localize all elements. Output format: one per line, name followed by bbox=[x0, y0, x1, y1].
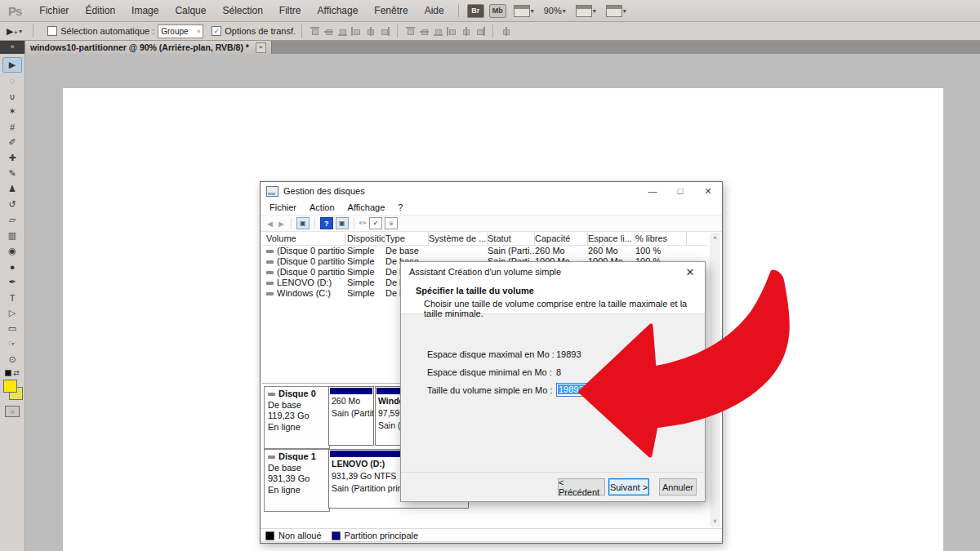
chevron-down-icon[interactable]: ▾ bbox=[531, 7, 534, 15]
column-header-disposition[interactable]: Disposition bbox=[345, 233, 385, 245]
column-header-statut[interactable]: Statut bbox=[485, 233, 535, 245]
tool-lasso[interactable]: ʋ bbox=[2, 88, 22, 104]
close-button[interactable]: ✕ bbox=[675, 262, 705, 282]
tab-overflow-icon[interactable]: » bbox=[0, 41, 24, 54]
vertical-scrollbar[interactable]: ˄ ˅ bbox=[710, 233, 720, 527]
menu-help[interactable]: ? bbox=[391, 202, 409, 212]
move-tool-icon[interactable]: ▶₊ bbox=[7, 26, 18, 37]
arrange-documents-icon[interactable] bbox=[576, 5, 592, 17]
cancel-button[interactable]: Annuler bbox=[659, 478, 697, 495]
auto-select-dropdown[interactable]: Groupe ˅ bbox=[158, 24, 203, 38]
disk-management-titlebar[interactable]: Gestion des disques — □ ✕ bbox=[261, 182, 722, 200]
tool-marquee[interactable]: ◌ bbox=[2, 73, 22, 88]
distribute-left-icon[interactable] bbox=[447, 27, 457, 36]
menu-fenetre[interactable]: Fenêtre bbox=[366, 0, 416, 21]
table-row[interactable]: (Disque 0 partition... Simple De base Sa… bbox=[262, 246, 708, 256]
menu-aide[interactable]: Aide bbox=[416, 0, 452, 21]
foreground-color-swatch[interactable] bbox=[3, 380, 17, 393]
console-window-icon[interactable]: ▣ bbox=[296, 217, 310, 229]
action-menu-icon[interactable]: ✏ bbox=[359, 218, 367, 229]
scroll-down-icon[interactable]: ˅ bbox=[710, 516, 720, 527]
guides-grid-icon[interactable] bbox=[514, 5, 530, 17]
menu-fichier[interactable]: Fichier bbox=[263, 202, 303, 212]
auto-align-layers-icon[interactable] bbox=[501, 27, 511, 36]
menu-filtre[interactable]: Filtre bbox=[271, 0, 310, 21]
column-header-type[interactable]: Type bbox=[383, 233, 429, 245]
distribute-right-icon[interactable] bbox=[474, 27, 485, 36]
disk-0-label[interactable]: Disque 0 De base 119,23 Go En ligne bbox=[264, 386, 330, 449]
chevron-down-icon[interactable]: ▾ bbox=[563, 7, 566, 15]
mini-bridge-icon[interactable]: Mb bbox=[489, 4, 506, 18]
back-arrow-icon[interactable]: ◄ bbox=[265, 219, 274, 229]
tool-zoom[interactable]: ⊙ bbox=[2, 352, 22, 367]
tool-shape[interactable]: ▭ bbox=[2, 321, 22, 336]
align-center-icon[interactable] bbox=[365, 27, 376, 36]
close-button[interactable]: ✕ bbox=[694, 182, 722, 200]
column-header-systeme[interactable]: Système de ... bbox=[426, 233, 488, 245]
align-left-icon[interactable] bbox=[351, 27, 362, 36]
transform-options-checkbox[interactable]: ✓ bbox=[212, 26, 221, 36]
distribute-center-icon[interactable] bbox=[461, 27, 471, 36]
tool-healing-brush[interactable]: ✚ bbox=[2, 150, 22, 166]
menu-edition[interactable]: Édition bbox=[77, 0, 123, 21]
tool-hand[interactable]: ☞ bbox=[2, 336, 22, 352]
tool-pen[interactable]: ✒ bbox=[2, 274, 22, 290]
column-header-capacite[interactable]: Capacité bbox=[532, 233, 588, 245]
properties-icon[interactable]: ≣ bbox=[385, 217, 398, 229]
screen-mode-icon[interactable] bbox=[606, 5, 622, 17]
tool-clone-stamp[interactable]: ♟ bbox=[2, 181, 22, 197]
tool-dodge[interactable]: ● bbox=[2, 259, 22, 274]
auto-select-checkbox[interactable] bbox=[47, 26, 57, 36]
partition-system[interactable]: 260 Mo Sain (Partit bbox=[328, 386, 374, 446]
tool-move[interactable]: ▶ bbox=[2, 57, 22, 73]
bridge-icon[interactable]: Br bbox=[467, 4, 484, 18]
chevron-down-icon[interactable]: ▾ bbox=[593, 7, 596, 15]
check-disk-icon[interactable]: ✓ bbox=[369, 217, 382, 229]
volume-size-input[interactable]: 19893 bbox=[556, 383, 605, 397]
menu-selection[interactable]: Sélection bbox=[214, 0, 270, 21]
align-top-icon[interactable] bbox=[310, 27, 320, 36]
disk-1-label[interactable]: Disque 1 De base 931,39 Go En ligne bbox=[264, 449, 330, 512]
menu-fichier[interactable]: Fichier bbox=[31, 0, 77, 21]
forward-arrow-icon[interactable]: ► bbox=[277, 219, 286, 229]
tool-type[interactable]: T bbox=[2, 290, 22, 305]
tool-path-select[interactable]: ▷ bbox=[2, 305, 22, 321]
minimize-button[interactable]: — bbox=[639, 182, 666, 200]
distribute-top-icon[interactable] bbox=[405, 27, 416, 36]
maximize-button[interactable]: □ bbox=[666, 182, 694, 200]
column-header-volume[interactable]: Volume bbox=[264, 233, 345, 245]
tool-magic-wand[interactable]: ✶ bbox=[2, 104, 22, 119]
chevron-down-icon[interactable]: ▾ bbox=[623, 7, 626, 15]
previous-button[interactable]: < Précédent bbox=[558, 478, 605, 495]
help-icon[interactable]: ? bbox=[320, 217, 333, 229]
column-header-espace[interactable]: Espace li... bbox=[586, 233, 635, 245]
menu-affichage[interactable]: Affichage bbox=[310, 0, 367, 21]
column-header-libres[interactable]: % libres bbox=[633, 233, 687, 245]
menu-affichage[interactable]: Affichage bbox=[341, 202, 392, 212]
distribute-middle-icon[interactable] bbox=[419, 27, 430, 36]
document-tab[interactable]: windows10-partitionner @ 90% (Arrière-pl… bbox=[25, 41, 272, 54]
next-button[interactable]: Suivant > bbox=[608, 478, 649, 495]
close-icon[interactable]: × bbox=[256, 42, 266, 53]
tool-eyedropper[interactable]: ✐ bbox=[2, 135, 22, 150]
tool-eraser[interactable]: ▱ bbox=[2, 212, 22, 228]
swap-colors-icon[interactable]: ⇄ bbox=[5, 367, 20, 378]
align-bottom-icon[interactable] bbox=[337, 27, 348, 36]
scroll-up-icon[interactable]: ˄ bbox=[710, 233, 720, 243]
quick-mask-icon[interactable]: ○ bbox=[5, 406, 20, 417]
tool-gradient[interactable]: ▥ bbox=[2, 228, 22, 243]
menu-action[interactable]: Action bbox=[303, 202, 341, 212]
tool-crop[interactable]: # bbox=[2, 119, 22, 135]
chevron-down-icon[interactable]: ▾ bbox=[19, 28, 22, 35]
tool-blur[interactable]: ◉ bbox=[2, 243, 22, 259]
align-middle-icon[interactable] bbox=[323, 27, 334, 36]
tool-brush[interactable]: ✎ bbox=[2, 166, 22, 181]
wizard-titlebar[interactable]: Assistant Création d'un volume simple ✕ bbox=[401, 262, 705, 282]
console-tree-icon[interactable]: ▣ bbox=[336, 217, 349, 229]
zoom-level[interactable]: 90% bbox=[544, 6, 562, 16]
distribute-bottom-icon[interactable] bbox=[433, 27, 443, 36]
menu-calque[interactable]: Calque bbox=[167, 0, 214, 21]
align-right-icon[interactable] bbox=[379, 27, 390, 36]
tool-history-brush[interactable]: ↺ bbox=[2, 197, 22, 212]
menu-image[interactable]: Image bbox=[123, 0, 167, 21]
